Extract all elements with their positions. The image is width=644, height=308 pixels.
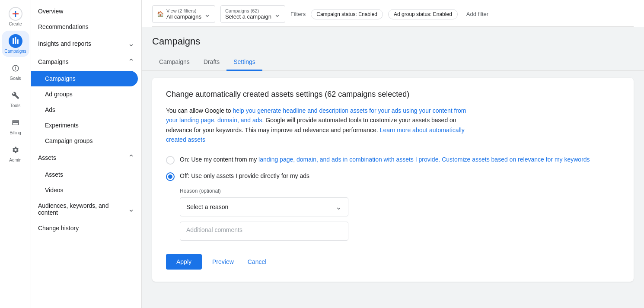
campaigns-nav-item[interactable]: Campaigns [2,31,29,57]
create-button[interactable]: Create [2,3,29,30]
sidebar-section-campaigns[interactable]: Campaigns ⌃ [31,53,141,71]
sidebar-item-videos[interactable]: Videos [31,182,138,198]
tab-settings[interactable]: Settings [226,54,262,71]
campaign-status-chip-label: Campaign status: Enabled [316,11,377,17]
page-title: Campaigns [152,36,634,47]
sidebar-item-assets[interactable]: Assets [31,167,138,182]
learn-more-link[interactable]: Learn more about automatically created a… [166,127,465,143]
reason-select-value: Select a reason [186,203,228,210]
view-filter-dropdown[interactable]: 🏠 View (2 filters) All campaigns ⌄ [152,5,215,23]
insights-chevron-icon: ⌄ [128,39,134,48]
sidebar-item-audiences[interactable]: Audiences, keywords, and content ⌄ [31,198,141,220]
goals-icon [9,61,22,75]
campaign-status-chip[interactable]: Campaign status: Enabled [311,9,383,19]
reason-select-dropdown[interactable]: Select a reason ⌄ [180,197,348,216]
tabs-bar: Campaigns Drafts Settings [142,54,644,71]
sidebar-item-recommendations[interactable]: Recommendations [31,19,138,35]
admin-nav-label: Admin [9,158,21,162]
reason-dropdown-chevron-icon: ⌄ [335,202,342,212]
tab-drafts[interactable]: Drafts [197,54,226,71]
view-filter-label: View (2 filters) [166,8,201,13]
assets-chevron-icon: ⌃ [128,153,134,162]
campaigns-chevron-icon: ⌃ [128,57,134,67]
goals-nav-item[interactable]: Goals [2,58,29,84]
sidebar: Overview Recommendations Insights and re… [31,0,142,308]
audiences-chevron-icon: ⌄ [128,204,134,214]
create-label: Create [9,22,22,26]
ad-group-status-chip[interactable]: Ad group status: Enabled [388,9,458,19]
top-filters: 🏠 View (2 filters) All campaigns ⌄ Campa… [152,5,634,27]
apply-button[interactable]: Apply [166,254,202,270]
panel-description: You can allow Google to help you generat… [166,106,477,145]
radio-option-on[interactable]: On: Use my content from my landing page,… [166,155,620,165]
main-content: 🏠 View (2 filters) All campaigns ⌄ Campa… [142,0,644,308]
reason-section: Reason (optional) Select a reason ⌄ [180,188,620,242]
action-buttons: Apply Preview Cancel [166,254,620,270]
radio-off-text: Off: Use only assets I provide directly … [180,171,309,181]
panel-title: Change automatically created assets sett… [166,90,620,99]
sidebar-item-ads[interactable]: Ads [31,102,138,117]
billing-nav-label: Billing [10,130,21,135]
sidebar-item-campaign-groups[interactable]: Campaign groups [31,133,138,149]
radio-off-button[interactable] [166,172,175,181]
radio-on-text: On: Use my content from my landing page,… [180,155,590,164]
sidebar-section-assets[interactable]: Assets ⌃ [31,149,141,167]
tab-campaigns[interactable]: Campaigns [152,54,197,71]
home-icon: 🏠 [157,11,164,17]
billing-icon [9,116,22,130]
tools-nav-item[interactable]: Tools [2,85,29,111]
add-filter-button[interactable]: Add filter [463,9,492,19]
view-filter-chevron-icon: ⌄ [204,10,210,19]
sidebar-item-overview[interactable]: Overview [31,3,138,19]
sidebar-item-change-history[interactable]: Change history [31,220,138,236]
description-link-text: help you generate headline and descripti… [166,107,466,124]
radio-option-off[interactable]: Off: Use only assets I provide directly … [166,171,620,181]
preview-button[interactable]: Preview [209,254,237,270]
campaign-filter-label: Campaigns (62) [225,8,271,13]
tools-nav-label: Tools [10,103,20,108]
admin-nav-item[interactable]: Admin [2,140,29,166]
sidebar-item-experiments[interactable]: Experiments [31,117,138,133]
page-header: Campaigns [142,27,644,54]
campaigns-icon [9,34,22,48]
content-area: Change automatically created assets sett… [142,71,644,308]
cancel-button[interactable]: Cancel [244,254,270,270]
campaigns-nav-label: Campaigns [4,49,26,54]
sidebar-item-ad-groups[interactable]: Ad groups [31,86,138,102]
top-bar: 🏠 View (2 filters) All campaigns ⌄ Campa… [142,0,644,27]
campaign-filter-chevron-icon: ⌄ [274,10,281,19]
filters-label: Filters [290,11,306,17]
billing-nav-item[interactable]: Billing [2,112,29,139]
ad-group-status-chip-label: Ad group status: Enabled [394,11,452,17]
campaign-filter-value: Select a campaign [225,13,271,20]
create-icon [9,7,22,21]
reason-label: Reason (optional) [180,188,620,194]
additional-comments-input[interactable] [180,222,348,241]
sidebar-item-campaigns[interactable]: Campaigns [31,71,138,86]
view-filter-value: All campaigns [166,13,201,20]
tools-icon [9,89,22,102]
goals-nav-label: Goals [10,76,21,81]
settings-panel: Change automatically created assets sett… [152,78,634,282]
sidebar-item-insights-reports[interactable]: Insights and reports ⌄ [31,35,141,53]
icon-navigation: Create Campaigns Goals Tools Billing Adm… [0,0,31,308]
admin-icon [9,143,22,157]
campaign-filter-dropdown[interactable]: Campaigns (62) Select a campaign ⌄ [220,5,285,23]
radio-on-button[interactable] [166,156,175,165]
